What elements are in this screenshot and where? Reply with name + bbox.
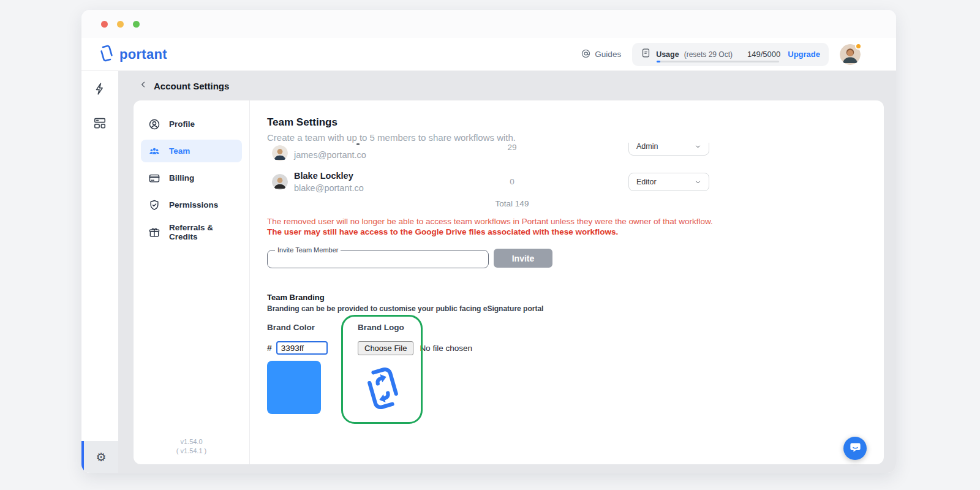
warning-line-2: The user may still have access to the Go…	[267, 227, 884, 236]
chat-launcher-button[interactable]	[843, 437, 867, 460]
team-settings-content: Team Settings Create a team with up to 5…	[250, 100, 884, 464]
member-role-value: Editor	[636, 178, 657, 186]
user-avatar[interactable]	[840, 44, 861, 65]
branding-title: Team Branding	[267, 293, 884, 302]
usage-resets: (resets 29 Oct)	[684, 50, 733, 59]
app-header: portant Guides Usag	[81, 38, 896, 71]
guides-icon	[581, 48, 591, 61]
brand-color-input[interactable]	[276, 341, 328, 355]
lightning-icon	[93, 81, 107, 99]
member-email: blake@portant.co	[294, 183, 364, 193]
shield-check-icon	[148, 199, 160, 211]
chevron-down-icon	[695, 143, 701, 150]
member-usage-count: 29	[494, 143, 530, 152]
dashboard-icon	[93, 116, 107, 132]
usage-pill: Usage (resets 29 Oct) 149/5000 Upgrade	[632, 43, 829, 66]
member-role-value: Admin	[636, 143, 658, 151]
app-version: v1.54.0 ( v1.54.1 )	[134, 437, 249, 456]
nav-item-referrals[interactable]: Referrals & Credits	[141, 221, 242, 243]
usage-label: Usage	[656, 50, 679, 59]
member-avatar	[272, 145, 288, 161]
nav-item-team[interactable]: Team	[141, 140, 242, 162]
page-title: Account Settings	[154, 81, 229, 91]
invite-email-input[interactable]	[273, 254, 483, 264]
brand-color-input-row: #	[267, 341, 328, 355]
team-icon	[148, 145, 160, 157]
guides-link[interactable]: Guides	[581, 48, 621, 61]
usage-doc-icon	[641, 47, 651, 61]
removal-warning: The removed user will no longer be able …	[267, 217, 884, 236]
app-window: portant Guides Usag	[81, 10, 896, 473]
section-title: Team Settings	[267, 116, 884, 129]
nav-item-permissions[interactable]: Permissions	[141, 194, 242, 216]
version-line-1: v1.54.0	[134, 437, 249, 447]
no-file-chosen-text: No file chosen	[420, 344, 472, 353]
usage-progress-track	[657, 61, 779, 62]
member-email: james@portant.co	[294, 150, 366, 160]
brand-logo-preview	[364, 363, 472, 417]
nav-item-label: Referrals & Credits	[169, 223, 242, 241]
minimize-window-button[interactable]	[117, 21, 124, 28]
app-body: ⚙ Account Settings	[81, 71, 896, 473]
brand-logo-label: Brand Logo	[358, 323, 472, 332]
member-role-select[interactable]: Editor	[628, 173, 709, 191]
warning-line-1: The removed user will no longer be able …	[267, 217, 884, 226]
brand-logo-file-row: Choose File No file chosen	[358, 341, 472, 355]
portant-logo[interactable]: portant	[99, 44, 167, 65]
choose-file-button[interactable]: Choose File	[358, 341, 413, 355]
chevron-down-icon	[695, 179, 701, 186]
guides-label: Guides	[595, 50, 621, 59]
invite-row: Invite Team Member Invite	[267, 246, 884, 268]
gear-icon: ⚙	[96, 450, 106, 464]
close-window-button[interactable]	[101, 21, 108, 28]
member-avatar	[272, 174, 288, 190]
portant-logo-icon	[99, 44, 115, 65]
branding-row: Brand Color # Brand Logo Choose File	[267, 323, 884, 464]
member-list: james@portant.co 29 Admin	[267, 143, 884, 197]
invite-fieldset: Invite Team Member	[267, 246, 489, 268]
icon-rail: ⚙	[81, 71, 118, 473]
settings-nav: Profile Team	[134, 100, 250, 464]
branding-subtitle: Branding can be be provided to customise…	[267, 304, 884, 313]
clipped-name-artifact	[356, 143, 360, 145]
member-row: Blake Lockley blake@portant.co 0 Editor	[267, 167, 884, 197]
nav-item-profile[interactable]: Profile	[141, 113, 242, 135]
workflows-rail-item[interactable]	[81, 81, 118, 99]
member-role-select[interactable]: Admin	[628, 143, 709, 156]
header-right: Guides Usage (resets 29 Oct) 149/5000 Up…	[581, 43, 861, 66]
portant-wordmark: portant	[119, 47, 167, 62]
nav-item-label: Permissions	[169, 200, 218, 209]
settings-card: Profile Team	[134, 100, 884, 464]
titlebar	[81, 10, 896, 38]
section-subtitle: Create a team with up to 5 members to sh…	[267, 132, 884, 143]
usage-total: Total 149	[475, 199, 549, 208]
member-row: james@portant.co 29 Admin	[267, 143, 884, 167]
dashboard-rail-item[interactable]	[81, 116, 118, 132]
gift-icon	[148, 226, 160, 238]
invite-field-label: Invite Team Member	[275, 246, 341, 254]
usage-progress-fill	[657, 61, 660, 62]
back-chevron-icon[interactable]	[139, 80, 148, 91]
nav-item-label: Team	[169, 146, 190, 156]
credit-card-icon	[148, 172, 160, 184]
brand-color-swatch	[267, 361, 321, 414]
breadcrumb: Account Settings	[118, 71, 896, 100]
member-usage-count: 0	[494, 177, 530, 186]
brand-color-label: Brand Color	[267, 323, 328, 332]
zoom-window-button[interactable]	[133, 21, 140, 28]
profile-icon	[148, 118, 160, 130]
brand-logo-group: Brand Logo Choose File No file chosen	[358, 323, 472, 417]
settings-rail-item[interactable]: ⚙	[81, 441, 118, 473]
hash-prefix: #	[267, 343, 272, 353]
nav-item-label: Billing	[169, 173, 194, 183]
chat-icon	[849, 441, 862, 456]
invite-button[interactable]: Invite	[494, 249, 552, 268]
upgrade-link[interactable]: Upgrade	[788, 50, 820, 59]
main-area: Account Settings Profile	[118, 71, 896, 473]
member-name: Blake Lockley	[294, 171, 353, 181]
nav-item-billing[interactable]: Billing	[141, 167, 242, 189]
brand-color-group: Brand Color #	[267, 323, 328, 414]
usage-count: 149/5000	[747, 50, 780, 59]
nav-item-label: Profile	[169, 119, 195, 129]
avatar-notification-dot	[855, 43, 862, 50]
